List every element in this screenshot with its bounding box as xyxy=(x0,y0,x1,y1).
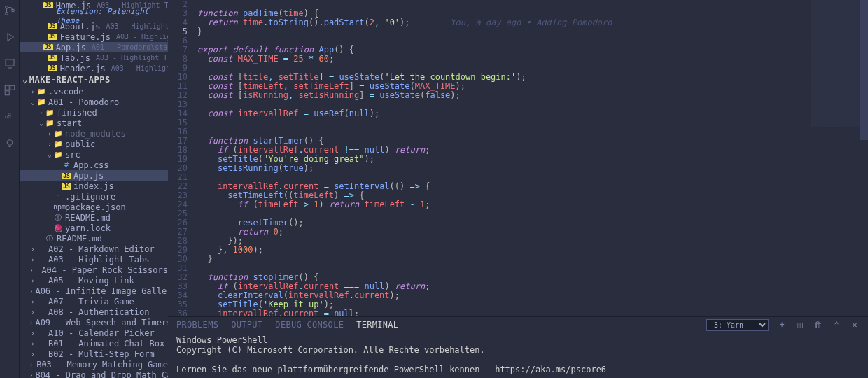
terminal-body[interactable]: Windows PowerShell Copyright (C) Microso… xyxy=(168,332,868,378)
open-editor-tab[interactable]: JS Header.jsA03 - Highlight Tabs\start\s… xyxy=(20,63,168,74)
sidebar: JS Home.jsA03 - Highlight Tabs\start\src… xyxy=(20,0,168,378)
tree-item[interactable]: ⓘREADME.md xyxy=(20,233,168,244)
tree-item[interactable]: ⌄📁A01 - Pomodoro xyxy=(20,97,168,107)
tree-item[interactable]: ›📁node_modules xyxy=(20,128,168,139)
tree-item[interactable]: ›📁finished xyxy=(20,107,168,118)
svg-point-10 xyxy=(7,140,13,146)
tree-item[interactable]: ›A02 - Markdown Editor xyxy=(20,244,168,254)
svg-rect-8 xyxy=(8,116,10,118)
split-terminal-icon[interactable]: ◫ xyxy=(795,320,805,330)
panel-tab[interactable]: PROBLEMS xyxy=(176,320,218,330)
file-tree: ›📁.vscode⌄📁A01 - Pomodoro›📁finished⌄📁sta… xyxy=(20,86,168,378)
tree-item[interactable]: ›A09 - Web Speech and Timers xyxy=(20,317,168,328)
svg-rect-3 xyxy=(6,59,14,66)
editor-scrollbar[interactable] xyxy=(860,0,868,316)
tree-item[interactable]: ⌄📁src xyxy=(20,149,168,160)
tree-item[interactable]: ›B04 - Drag and Drop Math Card xyxy=(20,370,168,378)
svg-rect-4 xyxy=(5,85,9,90)
bottom-panel: PROBLEMSOUTPUTDEBUG CONSOLETERMINAL 3: Y… xyxy=(168,316,868,378)
line-gutter: 2345678910111213141516171819202122232425… xyxy=(168,0,197,316)
editor[interactable]: 2345678910111213141516171819202122232425… xyxy=(168,0,868,316)
tree-item[interactable]: ›B01 - Animated Chat Box xyxy=(20,338,168,349)
tree-item[interactable]: JSindex.js xyxy=(20,181,168,191)
tree-item[interactable]: ›A04 - Paper Rock Scissors xyxy=(20,265,168,275)
tree-item[interactable]: npmpackage.json xyxy=(20,202,168,212)
tree-item[interactable]: ›B02 - Multi-Step Form xyxy=(20,349,168,359)
chevron-up-icon[interactable]: ⌃ xyxy=(832,320,841,330)
tree-item[interactable]: ›📁.vscode xyxy=(20,86,168,97)
debug-icon[interactable] xyxy=(2,29,18,45)
extensions-icon[interactable] xyxy=(2,83,18,98)
tree-item[interactable]: ›📁public xyxy=(20,139,168,149)
explorer-section-header[interactable]: ⌄MAKE-REACT-APPS xyxy=(20,74,168,86)
source-control-icon[interactable] xyxy=(2,3,18,18)
tree-item[interactable]: ⌄📁start xyxy=(20,118,168,128)
tree-item[interactable]: 🧶yarn.lock xyxy=(20,223,168,233)
remote-icon[interactable] xyxy=(2,56,18,71)
tree-item[interactable]: JSApp.js xyxy=(20,170,168,181)
svg-point-2 xyxy=(11,9,14,12)
tree-item[interactable]: ›A05 - Moving Link xyxy=(20,275,168,286)
close-panel-icon[interactable]: ✕ xyxy=(850,320,860,330)
svg-point-0 xyxy=(5,6,8,9)
panel-tab[interactable]: TERMINAL xyxy=(356,320,398,330)
trash-icon[interactable]: 🗑 xyxy=(813,320,823,330)
editor-group: 2345678910111213141516171819202122232425… xyxy=(168,0,868,378)
tree-item[interactable]: ›A08 - Authentication xyxy=(20,307,168,317)
svg-rect-7 xyxy=(6,116,8,118)
scroll-thumb[interactable] xyxy=(860,0,868,140)
activity-bar xyxy=(0,0,20,378)
open-editor-tab[interactable]: JS App.jsA01 - Pomodoro\start\src xyxy=(20,42,168,52)
tree-item[interactable]: ◦.gitignore xyxy=(20,191,168,202)
svg-rect-6 xyxy=(5,91,9,95)
svg-rect-9 xyxy=(8,113,10,115)
tree-item[interactable]: ›B03 - Memory Matching Game xyxy=(20,359,168,370)
open-editors: JS Home.jsA03 - Highlight Tabs\start\src… xyxy=(20,0,168,74)
open-editor-tab[interactable]: JS About.jsA03 - Highlight Tabs\start\sr… xyxy=(20,21,168,31)
new-terminal-icon[interactable]: + xyxy=(777,320,787,330)
tree-item[interactable]: ›A07 - Trivia Game xyxy=(20,296,168,307)
terminal-selector[interactable]: 3: Yarn xyxy=(706,319,769,331)
open-editor-tab[interactable]: JS Tab.jsA03 - Highlight Tabs\start\src\… xyxy=(20,52,168,63)
lightbulb-icon[interactable] xyxy=(2,136,18,151)
panel-tabs: PROBLEMSOUTPUTDEBUG CONSOLETERMINAL 3: Y… xyxy=(168,317,868,332)
svg-point-1 xyxy=(5,13,8,15)
code-area[interactable]: function padTime(time) { return time.toS… xyxy=(197,0,868,316)
panel-tab[interactable]: OUTPUT xyxy=(231,320,262,330)
tree-item[interactable]: #App.css xyxy=(20,160,168,170)
panel-tab[interactable]: DEBUG CONSOLE xyxy=(275,320,344,330)
open-editor-extension[interactable]: Extension: Palenight Theme xyxy=(20,10,168,21)
tree-item[interactable]: ›A06 - Infinite Image Gallery xyxy=(20,286,168,296)
open-editor-tab[interactable]: JS Feature.jsA03 - Highlight Tabs\start\… xyxy=(20,31,168,42)
tree-item[interactable]: ⓘREADME.md xyxy=(20,212,168,223)
tree-item[interactable]: ›A03 - Highlight Tabs xyxy=(20,254,168,265)
docker-icon[interactable] xyxy=(2,109,18,125)
tree-item[interactable]: ›A10 - Calendar Picker xyxy=(20,328,168,338)
svg-rect-5 xyxy=(10,85,14,90)
